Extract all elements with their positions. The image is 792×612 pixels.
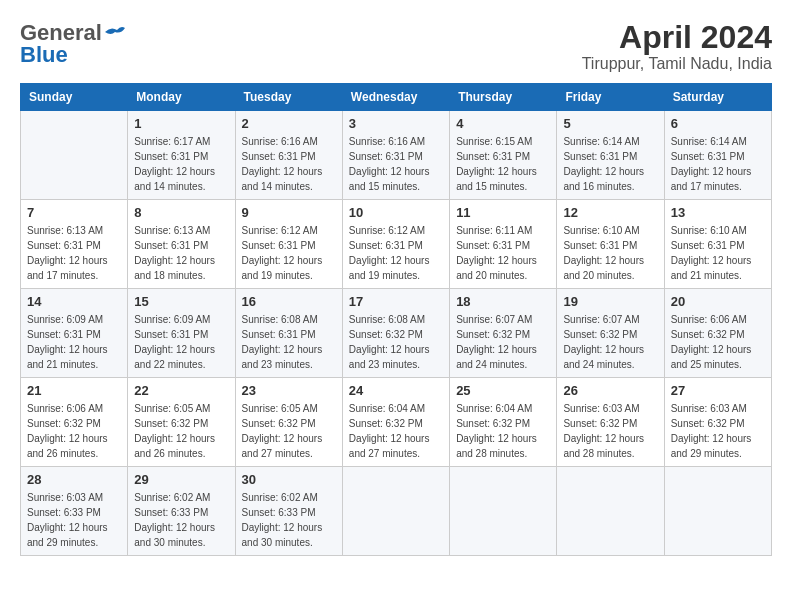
day-info: Sunrise: 6:04 AMSunset: 6:32 PMDaylight:… bbox=[456, 401, 550, 461]
day-number: 6 bbox=[671, 116, 765, 131]
daylight-text: Daylight: 12 hours and 15 minutes. bbox=[456, 166, 537, 192]
table-row: 14Sunrise: 6:09 AMSunset: 6:31 PMDayligh… bbox=[21, 289, 128, 378]
table-row: 17Sunrise: 6:08 AMSunset: 6:32 PMDayligh… bbox=[342, 289, 449, 378]
day-number: 13 bbox=[671, 205, 765, 220]
day-info: Sunrise: 6:16 AMSunset: 6:31 PMDaylight:… bbox=[349, 134, 443, 194]
table-row bbox=[557, 467, 664, 556]
day-info: Sunrise: 6:03 AMSunset: 6:33 PMDaylight:… bbox=[27, 490, 121, 550]
day-number: 8 bbox=[134, 205, 228, 220]
sunset-text: Sunset: 6:33 PM bbox=[242, 507, 316, 518]
table-row: 23Sunrise: 6:05 AMSunset: 6:32 PMDayligh… bbox=[235, 378, 342, 467]
sunrise-text: Sunrise: 6:17 AM bbox=[134, 136, 210, 147]
day-number: 25 bbox=[456, 383, 550, 398]
calendar-week-3: 14Sunrise: 6:09 AMSunset: 6:31 PMDayligh… bbox=[21, 289, 772, 378]
day-number: 11 bbox=[456, 205, 550, 220]
day-info: Sunrise: 6:10 AMSunset: 6:31 PMDaylight:… bbox=[671, 223, 765, 283]
daylight-text: Daylight: 12 hours and 27 minutes. bbox=[349, 433, 430, 459]
logo: General Blue bbox=[20, 20, 126, 64]
sunrise-text: Sunrise: 6:08 AM bbox=[349, 314, 425, 325]
day-info: Sunrise: 6:09 AMSunset: 6:31 PMDaylight:… bbox=[27, 312, 121, 372]
daylight-text: Daylight: 12 hours and 29 minutes. bbox=[27, 522, 108, 548]
daylight-text: Daylight: 12 hours and 17 minutes. bbox=[27, 255, 108, 281]
table-row bbox=[664, 467, 771, 556]
sunrise-text: Sunrise: 6:02 AM bbox=[242, 492, 318, 503]
sunrise-text: Sunrise: 6:15 AM bbox=[456, 136, 532, 147]
sunset-text: Sunset: 6:32 PM bbox=[456, 418, 530, 429]
table-row bbox=[342, 467, 449, 556]
day-number: 21 bbox=[27, 383, 121, 398]
day-info: Sunrise: 6:14 AMSunset: 6:31 PMDaylight:… bbox=[563, 134, 657, 194]
day-number: 5 bbox=[563, 116, 657, 131]
table-row: 12Sunrise: 6:10 AMSunset: 6:31 PMDayligh… bbox=[557, 200, 664, 289]
day-number: 24 bbox=[349, 383, 443, 398]
day-info: Sunrise: 6:14 AMSunset: 6:31 PMDaylight:… bbox=[671, 134, 765, 194]
sunset-text: Sunset: 6:32 PM bbox=[27, 418, 101, 429]
table-row: 11Sunrise: 6:11 AMSunset: 6:31 PMDayligh… bbox=[450, 200, 557, 289]
day-number: 26 bbox=[563, 383, 657, 398]
header-monday: Monday bbox=[128, 84, 235, 111]
daylight-text: Daylight: 12 hours and 28 minutes. bbox=[563, 433, 644, 459]
sunrise-text: Sunrise: 6:09 AM bbox=[134, 314, 210, 325]
table-row: 13Sunrise: 6:10 AMSunset: 6:31 PMDayligh… bbox=[664, 200, 771, 289]
day-number: 17 bbox=[349, 294, 443, 309]
daylight-text: Daylight: 12 hours and 28 minutes. bbox=[456, 433, 537, 459]
day-info: Sunrise: 6:02 AMSunset: 6:33 PMDaylight:… bbox=[134, 490, 228, 550]
daylight-text: Daylight: 12 hours and 27 minutes. bbox=[242, 433, 323, 459]
sunset-text: Sunset: 6:31 PM bbox=[242, 151, 316, 162]
sunrise-text: Sunrise: 6:03 AM bbox=[27, 492, 103, 503]
daylight-text: Daylight: 12 hours and 15 minutes. bbox=[349, 166, 430, 192]
daylight-text: Daylight: 12 hours and 14 minutes. bbox=[242, 166, 323, 192]
sunset-text: Sunset: 6:32 PM bbox=[349, 418, 423, 429]
sunset-text: Sunset: 6:33 PM bbox=[27, 507, 101, 518]
day-info: Sunrise: 6:06 AMSunset: 6:32 PMDaylight:… bbox=[671, 312, 765, 372]
day-number: 27 bbox=[671, 383, 765, 398]
sunrise-text: Sunrise: 6:13 AM bbox=[134, 225, 210, 236]
sunrise-text: Sunrise: 6:16 AM bbox=[242, 136, 318, 147]
sunset-text: Sunset: 6:31 PM bbox=[242, 240, 316, 251]
daylight-text: Daylight: 12 hours and 16 minutes. bbox=[563, 166, 644, 192]
day-number: 28 bbox=[27, 472, 121, 487]
sunset-text: Sunset: 6:32 PM bbox=[563, 418, 637, 429]
page-subtitle: Tiruppur, Tamil Nadu, India bbox=[582, 55, 772, 73]
day-info: Sunrise: 6:08 AMSunset: 6:31 PMDaylight:… bbox=[242, 312, 336, 372]
daylight-text: Daylight: 12 hours and 19 minutes. bbox=[349, 255, 430, 281]
day-number: 3 bbox=[349, 116, 443, 131]
header-tuesday: Tuesday bbox=[235, 84, 342, 111]
day-number: 23 bbox=[242, 383, 336, 398]
table-row: 29Sunrise: 6:02 AMSunset: 6:33 PMDayligh… bbox=[128, 467, 235, 556]
page-header: General Blue April 2024 Tiruppur, Tamil … bbox=[20, 20, 772, 73]
daylight-text: Daylight: 12 hours and 26 minutes. bbox=[27, 433, 108, 459]
sunrise-text: Sunrise: 6:04 AM bbox=[349, 403, 425, 414]
header-friday: Friday bbox=[557, 84, 664, 111]
page-title: April 2024 bbox=[582, 20, 772, 55]
day-number: 20 bbox=[671, 294, 765, 309]
day-number: 10 bbox=[349, 205, 443, 220]
sunset-text: Sunset: 6:32 PM bbox=[349, 329, 423, 340]
daylight-text: Daylight: 12 hours and 14 minutes. bbox=[134, 166, 215, 192]
sunrise-text: Sunrise: 6:05 AM bbox=[134, 403, 210, 414]
daylight-text: Daylight: 12 hours and 21 minutes. bbox=[671, 255, 752, 281]
calendar-week-2: 7Sunrise: 6:13 AMSunset: 6:31 PMDaylight… bbox=[21, 200, 772, 289]
daylight-text: Daylight: 12 hours and 26 minutes. bbox=[134, 433, 215, 459]
daylight-text: Daylight: 12 hours and 23 minutes. bbox=[242, 344, 323, 370]
sunset-text: Sunset: 6:31 PM bbox=[242, 329, 316, 340]
sunset-text: Sunset: 6:31 PM bbox=[134, 240, 208, 251]
table-row: 24Sunrise: 6:04 AMSunset: 6:32 PMDayligh… bbox=[342, 378, 449, 467]
day-number: 15 bbox=[134, 294, 228, 309]
sunrise-text: Sunrise: 6:06 AM bbox=[27, 403, 103, 414]
day-info: Sunrise: 6:12 AMSunset: 6:31 PMDaylight:… bbox=[242, 223, 336, 283]
day-number: 22 bbox=[134, 383, 228, 398]
day-number: 19 bbox=[563, 294, 657, 309]
daylight-text: Daylight: 12 hours and 20 minutes. bbox=[563, 255, 644, 281]
table-row: 27Sunrise: 6:03 AMSunset: 6:32 PMDayligh… bbox=[664, 378, 771, 467]
day-info: Sunrise: 6:15 AMSunset: 6:31 PMDaylight:… bbox=[456, 134, 550, 194]
day-number: 2 bbox=[242, 116, 336, 131]
table-row: 1Sunrise: 6:17 AMSunset: 6:31 PMDaylight… bbox=[128, 111, 235, 200]
day-info: Sunrise: 6:17 AMSunset: 6:31 PMDaylight:… bbox=[134, 134, 228, 194]
calendar-table: Sunday Monday Tuesday Wednesday Thursday… bbox=[20, 83, 772, 556]
day-number: 7 bbox=[27, 205, 121, 220]
sunrise-text: Sunrise: 6:06 AM bbox=[671, 314, 747, 325]
sunrise-text: Sunrise: 6:09 AM bbox=[27, 314, 103, 325]
day-number: 30 bbox=[242, 472, 336, 487]
day-number: 16 bbox=[242, 294, 336, 309]
